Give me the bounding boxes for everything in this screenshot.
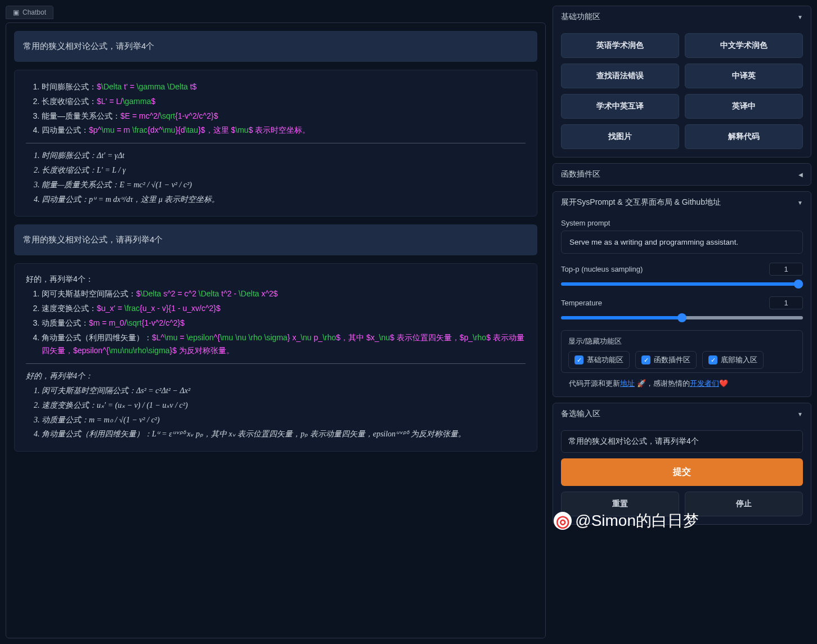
function-button[interactable]: 英语学术润色 xyxy=(561,33,679,58)
devs-link[interactable]: 开发者们 xyxy=(690,379,719,388)
panel-sysprompt: 展开SysPrompt & 交互界面布局 & Github地址 ▼ System… xyxy=(553,191,811,397)
panel-plugins: 函数插件区 ◀ xyxy=(553,163,811,186)
stop-button[interactable]: 停止 xyxy=(685,492,803,516)
tab-label: Chatbot xyxy=(23,8,46,16)
panel-basic: 基础功能区 ▼ 英语学术润色中文学术润色查找语法错误中译英学术中英互译英译中找图… xyxy=(553,6,811,157)
temperature-value[interactable]: 1 xyxy=(769,296,803,309)
bot-intro-rendered: 好的，再列举4个： xyxy=(26,370,526,383)
bot-intro: 好的，再列举4个： xyxy=(26,273,526,286)
formula-rendered: 速度变换公式：uₓ′ = (uₓ − v) / (1 − uₓv / c²) xyxy=(42,399,526,412)
formula-item: 动质量公式：$m = m_0/\sqrt{1-v^2/c^2}$ xyxy=(42,317,526,330)
function-button[interactable]: 找图片 xyxy=(561,124,679,149)
function-button[interactable]: 解释代码 xyxy=(685,124,803,149)
topp-slider[interactable] xyxy=(561,282,803,286)
topp-value[interactable]: 1 xyxy=(769,263,803,276)
credit-line: 代码开源和更新地址 🚀，感谢热情的开发者们❤️ xyxy=(561,373,803,389)
chat-icon: ▣ xyxy=(13,8,19,16)
panel-title: 备选输入区 xyxy=(561,409,600,419)
temperature-label: Temperature xyxy=(561,299,602,307)
panel-alt-header[interactable]: 备选输入区 ▼ xyxy=(553,403,811,425)
divider xyxy=(26,143,526,143)
toggle-checkbox[interactable]: ✓基础功能区 xyxy=(568,351,630,369)
source-link[interactable]: 地址 xyxy=(620,379,635,388)
function-button[interactable]: 英译中 xyxy=(685,94,803,119)
formula-rendered: 长度收缩公式：L′ = L / γ xyxy=(42,164,526,177)
panel-sys-header[interactable]: 展开SysPrompt & 交互界面布局 & Github地址 ▼ xyxy=(553,192,811,213)
formula-rendered: 闵可夫斯基时空间隔公式：Δs² = c²Δt² − Δx² xyxy=(42,384,526,398)
formula-rendered: 角动量公式（利用四维矢量）：Lᵘ = εᵘᵛᵖᵟ xᵥ pₚ，其中 xᵥ 表示位… xyxy=(42,427,526,441)
formula-item: 长度收缩公式：$L' = L/\gamma$ xyxy=(42,95,526,109)
chevron-down-icon: ▼ xyxy=(797,200,803,206)
function-button[interactable]: 学术中英互译 xyxy=(561,94,679,119)
panel-basic-header[interactable]: 基础功能区 ▼ xyxy=(553,6,811,28)
chat-column: ▣ Chatbot 常用的狭义相对论公式，请列举4个 时间膨胀公式：$\Delt… xyxy=(6,6,546,638)
temperature-slider[interactable] xyxy=(561,316,803,319)
formula-rendered: 能量—质量关系公式：E = mc² / √(1 − v² / c²) xyxy=(42,178,526,192)
chat-area: 常用的狭义相对论公式，请列举4个 时间膨胀公式：$\Delta t' = \ga… xyxy=(6,22,546,638)
function-button[interactable]: 中译英 xyxy=(685,64,803,88)
function-button[interactable]: 中文学术润色 xyxy=(685,33,803,58)
panel-title: 基础功能区 xyxy=(561,12,600,22)
panel-title: 展开SysPrompt & 交互界面布局 & Github地址 xyxy=(561,197,721,208)
formula-item: 时间膨胀公式：$\Delta t' = \gamma \Delta t$ xyxy=(42,80,526,94)
reset-button[interactable]: 重置 xyxy=(561,492,679,516)
toggle-checkbox[interactable]: ✓底部输入区 xyxy=(702,351,764,369)
check-icon: ✓ xyxy=(641,355,650,364)
chevron-left-icon: ◀ xyxy=(798,172,803,178)
formula-item: 四动量公式：$p^\mu = m \frac{dx^\mu}{d\tau}$，这… xyxy=(42,124,526,137)
sysprompt-label: System prompt xyxy=(561,219,803,227)
sidebar: 基础功能区 ▼ 英语学术润色中文学术润色查找语法错误中译英学术中英互译英译中找图… xyxy=(553,6,811,638)
panel-plugins-header[interactable]: 函数插件区 ◀ xyxy=(553,164,811,185)
submit-button[interactable]: 提交 xyxy=(561,458,803,486)
check-icon: ✓ xyxy=(708,355,717,364)
formula-item: 能量—质量关系公式：$E = mc^2/\sqrt{1-v^2/c^2}$ xyxy=(42,110,526,123)
toggle-group: 显示/隐藏功能区 ✓基础功能区✓函数插件区✓底部输入区 xyxy=(561,330,803,373)
topp-label: Top-p (nucleus sampling) xyxy=(561,265,643,273)
formula-rendered: 四动量公式：pᵘ = m dxᵘ/dτ，这里 μ 表示时空坐标。 xyxy=(42,193,526,206)
toggle-title: 显示/隐藏功能区 xyxy=(568,336,796,346)
bot-message-2: 好的，再列举4个： 闵可夫斯基时空间隔公式：$\Delta s^2 = c^2 … xyxy=(14,263,537,452)
user-message-1: 常用的狭义相对论公式，请列举4个 xyxy=(14,31,537,62)
user-message-2: 常用的狭义相对论公式，请再列举4个 xyxy=(14,224,537,255)
check-icon: ✓ xyxy=(574,355,583,364)
formula-rendered: 动质量公式：m = m₀ / √(1 − v² / c²) xyxy=(42,413,526,427)
formula-rendered: 时间膨胀公式：Δt′ = γΔt xyxy=(42,149,526,163)
panel-alt-input: 备选输入区 ▼ 常用的狭义相对论公式，请再列举4个 提交 重置 停止 xyxy=(553,403,811,525)
chevron-down-icon: ▼ xyxy=(797,14,803,20)
panel-title: 函数插件区 xyxy=(561,169,600,179)
toggle-checkbox[interactable]: ✓函数插件区 xyxy=(635,351,697,369)
formula-item: 速度变换公式：$u_x' = \frac{u_x - v}{1 - u_xv/c… xyxy=(42,302,526,316)
function-button[interactable]: 查找语法错误 xyxy=(561,64,679,88)
tab-chatbot[interactable]: ▣ Chatbot xyxy=(6,6,53,19)
formula-item: 角动量公式（利用四维矢量）：$L^\mu = \epsilon^{\mu \nu… xyxy=(42,331,526,358)
sysprompt-value[interactable]: Serve me as a writing and programming as… xyxy=(561,231,803,254)
bot-message-1: 时间膨胀公式：$\Delta t' = \gamma \Delta t$长度收缩… xyxy=(14,70,537,217)
alt-input-field[interactable]: 常用的狭义相对论公式，请再列举4个 xyxy=(561,430,803,453)
chevron-down-icon: ▼ xyxy=(797,411,803,417)
divider xyxy=(26,363,526,364)
formula-item: 闵可夫斯基时空间隔公式：$\Delta s^2 = c^2 \Delta t^2… xyxy=(42,287,526,301)
